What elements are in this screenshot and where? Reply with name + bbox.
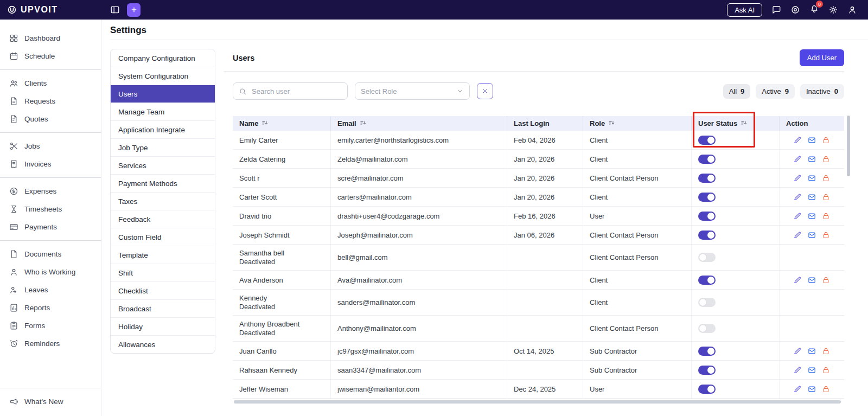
settings-nav-payment-methods[interactable]: Payment Methods [111, 175, 215, 193]
lock-action-button[interactable] [822, 136, 830, 144]
mail-action-button[interactable] [808, 366, 816, 374]
sidebar-item-jobs[interactable]: Jobs [0, 137, 101, 155]
settings-nav-allowances[interactable]: Allowances [111, 336, 215, 353]
column-header-email[interactable]: Email [331, 116, 507, 131]
role-select[interactable]: Select Role [355, 82, 470, 100]
chat-icon[interactable] [771, 5, 781, 15]
mail-action-button[interactable] [808, 155, 816, 163]
filter-active[interactable]: Active9 [756, 84, 795, 99]
sort-icon[interactable] [261, 120, 269, 127]
edit-action-button[interactable] [794, 212, 802, 220]
edit-action-button[interactable] [794, 385, 802, 393]
column-header-name[interactable]: Name [233, 116, 331, 131]
sidebar-item-what-s-new[interactable]: What's New [0, 393, 101, 411]
user-status-toggle[interactable] [698, 136, 716, 145]
edit-action-button[interactable] [794, 366, 802, 374]
sidebar-item-reminders[interactable]: Reminders [0, 335, 101, 353]
settings-nav-template[interactable]: Template [111, 246, 215, 264]
user-status-toggle[interactable] [698, 174, 716, 183]
user-status-toggle[interactable] [698, 276, 716, 285]
mail-action-button[interactable] [808, 136, 816, 144]
sidebar-item-leaves[interactable]: Leaves [0, 281, 101, 299]
notifications-button[interactable]: 0 [809, 4, 819, 16]
sidebar-item-payments[interactable]: Payments [0, 218, 101, 236]
lock-action-button[interactable] [822, 276, 830, 284]
lock-action-button[interactable] [822, 385, 830, 393]
sidebar-item-dashboard[interactable]: Dashboard [0, 29, 101, 47]
user-profile-icon[interactable] [847, 5, 857, 15]
settings-gear-icon[interactable] [828, 5, 838, 15]
settings-nav-users[interactable]: Users [111, 85, 215, 103]
lock-action-button[interactable] [822, 193, 830, 201]
user-status-toggle[interactable] [698, 212, 716, 221]
filter-inactive[interactable]: Inactive0 [800, 84, 844, 99]
ask-ai-button[interactable]: Ask AI [727, 3, 762, 17]
column-header-role[interactable]: Role [583, 116, 692, 131]
user-status-toggle[interactable] [698, 155, 716, 164]
edit-action-button[interactable] [794, 347, 802, 355]
sidebar-item-reports[interactable]: Reports [0, 299, 101, 317]
settings-nav-application-integrate[interactable]: Application Integrate [111, 121, 215, 139]
user-status-toggle[interactable] [698, 385, 716, 394]
vertical-scrollbar-thumb[interactable] [847, 116, 850, 176]
create-new-button[interactable] [127, 3, 141, 17]
sidebar-item-timesheets[interactable]: Timesheets [0, 200, 101, 218]
sidebar-item-expenses[interactable]: Expenses [0, 182, 101, 200]
sidebar-item-forms[interactable]: Forms [0, 317, 101, 335]
add-user-button[interactable]: Add User [800, 49, 844, 66]
mail-action-button[interactable] [808, 276, 816, 284]
mail-action-button[interactable] [808, 212, 816, 220]
edit-action-button[interactable] [794, 155, 802, 163]
sidebar-item-requests[interactable]: Requests [0, 92, 101, 110]
column-header-user-status[interactable]: User Status [692, 116, 780, 131]
sidebar-item-documents[interactable]: Documents [0, 245, 101, 263]
lock-action-button[interactable] [822, 366, 830, 374]
settings-nav-system-configuration[interactable]: System Configuration [111, 67, 215, 85]
settings-nav-job-type[interactable]: Job Type [111, 139, 215, 157]
lock-action-button[interactable] [822, 347, 830, 355]
lock-action-button[interactable] [822, 174, 830, 182]
settings-nav-company-configuration[interactable]: Company Configuration [111, 49, 215, 67]
edit-action-button[interactable] [794, 174, 802, 182]
settings-nav-holiday[interactable]: Holiday [111, 318, 215, 336]
settings-nav-taxes[interactable]: Taxes [111, 193, 215, 210]
sidebar-item-who-is-working[interactable]: Who is Working [0, 263, 101, 281]
lock-action-button[interactable] [822, 231, 830, 239]
settings-nav-feedback[interactable]: Feedback [111, 210, 215, 228]
horizontal-scrollbar[interactable] [234, 400, 841, 404]
settings-nav-shift[interactable]: Shift [111, 264, 215, 282]
settings-nav-checklist[interactable]: Checklist [111, 282, 215, 300]
mail-action-button[interactable] [808, 347, 816, 355]
sidebar-item-quotes[interactable]: Quotes [0, 110, 101, 128]
user-status-toggle[interactable] [698, 231, 716, 240]
edit-action-button[interactable] [794, 276, 802, 284]
settings-nav-broadcast[interactable]: Broadcast [111, 300, 215, 318]
clear-filters-button[interactable] [477, 83, 493, 99]
sort-icon[interactable] [360, 120, 367, 127]
user-status-toggle[interactable] [698, 366, 716, 375]
edit-action-button[interactable] [794, 193, 802, 201]
edit-action-button[interactable] [794, 231, 802, 239]
sort-icon[interactable] [608, 120, 615, 127]
settings-nav-services[interactable]: Services [111, 157, 215, 175]
mail-action-button[interactable] [808, 174, 816, 182]
vertical-scrollbar[interactable] [847, 116, 850, 387]
mail-action-button[interactable] [808, 385, 816, 393]
lock-action-button[interactable] [822, 212, 830, 220]
mail-action-button[interactable] [808, 231, 816, 239]
lock-action-button[interactable] [822, 155, 830, 163]
search-input[interactable] [251, 87, 342, 96]
mail-action-button[interactable] [808, 193, 816, 201]
sidebar-collapse-icon[interactable] [110, 5, 120, 15]
settings-nav-manage-team[interactable]: Manage Team [111, 103, 215, 121]
settings-nav-custom-field[interactable]: Custom Field [111, 228, 215, 246]
sidebar-item-schedule[interactable]: Schedule [0, 47, 101, 65]
user-status-toggle[interactable] [698, 193, 716, 202]
sidebar-item-invoices[interactable]: Invoices [0, 155, 101, 173]
sort-icon[interactable] [741, 120, 748, 127]
screen-record-icon[interactable] [790, 5, 800, 15]
sidebar-item-clients[interactable]: Clients [0, 74, 101, 92]
filter-all[interactable]: All9 [723, 84, 751, 99]
user-status-toggle[interactable] [698, 347, 716, 356]
edit-action-button[interactable] [794, 136, 802, 144]
